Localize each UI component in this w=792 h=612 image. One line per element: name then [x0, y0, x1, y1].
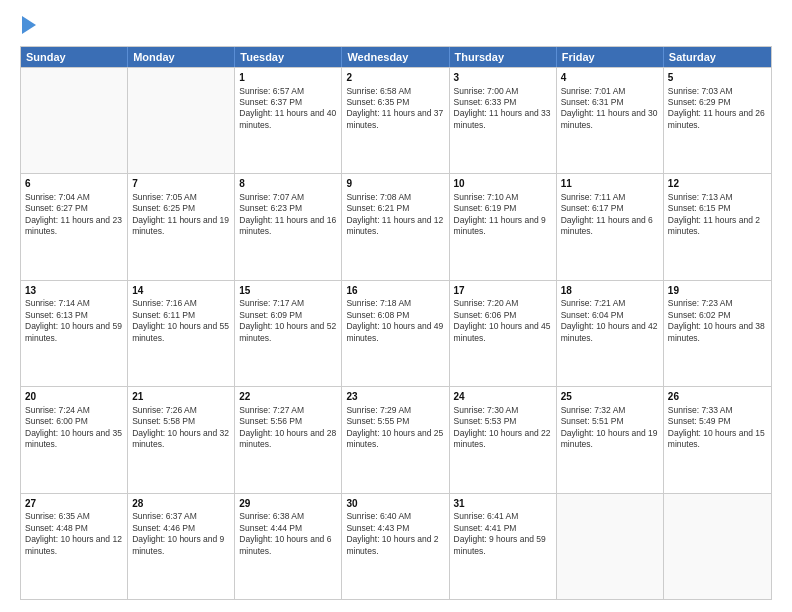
calendar-cell-day-10: 10Sunrise: 7:10 AM Sunset: 6:19 PM Dayli…	[450, 174, 557, 279]
day-number: 27	[25, 497, 123, 511]
day-number: 9	[346, 177, 444, 191]
calendar-cell-day-21: 21Sunrise: 7:26 AM Sunset: 5:58 PM Dayli…	[128, 387, 235, 492]
cell-info: Sunrise: 7:24 AM Sunset: 6:00 PM Dayligh…	[25, 405, 123, 451]
day-number: 19	[668, 284, 767, 298]
calendar-cell-empty	[128, 68, 235, 173]
cell-info: Sunrise: 6:40 AM Sunset: 4:43 PM Dayligh…	[346, 511, 444, 557]
calendar-cell-day-3: 3Sunrise: 7:00 AM Sunset: 6:33 PM Daylig…	[450, 68, 557, 173]
day-number: 8	[239, 177, 337, 191]
calendar-cell-day-26: 26Sunrise: 7:33 AM Sunset: 5:49 PM Dayli…	[664, 387, 771, 492]
cell-info: Sunrise: 7:29 AM Sunset: 5:55 PM Dayligh…	[346, 405, 444, 451]
cell-info: Sunrise: 7:13 AM Sunset: 6:15 PM Dayligh…	[668, 192, 767, 238]
calendar-row-1: 6Sunrise: 7:04 AM Sunset: 6:27 PM Daylig…	[21, 173, 771, 279]
day-number: 18	[561, 284, 659, 298]
cell-info: Sunrise: 7:33 AM Sunset: 5:49 PM Dayligh…	[668, 405, 767, 451]
calendar-row-4: 27Sunrise: 6:35 AM Sunset: 4:48 PM Dayli…	[21, 493, 771, 599]
weekday-header-saturday: Saturday	[664, 47, 771, 67]
calendar-cell-day-2: 2Sunrise: 6:58 AM Sunset: 6:35 PM Daylig…	[342, 68, 449, 173]
weekday-header-wednesday: Wednesday	[342, 47, 449, 67]
day-number: 20	[25, 390, 123, 404]
day-number: 12	[668, 177, 767, 191]
calendar-cell-day-30: 30Sunrise: 6:40 AM Sunset: 4:43 PM Dayli…	[342, 494, 449, 599]
day-number: 26	[668, 390, 767, 404]
logo	[20, 16, 44, 38]
cell-info: Sunrise: 7:04 AM Sunset: 6:27 PM Dayligh…	[25, 192, 123, 238]
cell-info: Sunrise: 7:27 AM Sunset: 5:56 PM Dayligh…	[239, 405, 337, 451]
calendar: SundayMondayTuesdayWednesdayThursdayFrid…	[20, 46, 772, 600]
cell-info: Sunrise: 7:08 AM Sunset: 6:21 PM Dayligh…	[346, 192, 444, 238]
cell-info: Sunrise: 7:20 AM Sunset: 6:06 PM Dayligh…	[454, 298, 552, 344]
cell-info: Sunrise: 7:00 AM Sunset: 6:33 PM Dayligh…	[454, 86, 552, 132]
header	[20, 16, 772, 38]
weekday-header-sunday: Sunday	[21, 47, 128, 67]
day-number: 11	[561, 177, 659, 191]
day-number: 5	[668, 71, 767, 85]
day-number: 13	[25, 284, 123, 298]
logo-arrow-icon	[22, 16, 44, 34]
calendar-row-0: 1Sunrise: 6:57 AM Sunset: 6:37 PM Daylig…	[21, 67, 771, 173]
cell-info: Sunrise: 7:07 AM Sunset: 6:23 PM Dayligh…	[239, 192, 337, 238]
calendar-cell-day-28: 28Sunrise: 6:37 AM Sunset: 4:46 PM Dayli…	[128, 494, 235, 599]
calendar-cell-day-14: 14Sunrise: 7:16 AM Sunset: 6:11 PM Dayli…	[128, 281, 235, 386]
calendar-cell-empty	[664, 494, 771, 599]
calendar-cell-day-12: 12Sunrise: 7:13 AM Sunset: 6:15 PM Dayli…	[664, 174, 771, 279]
calendar-row-2: 13Sunrise: 7:14 AM Sunset: 6:13 PM Dayli…	[21, 280, 771, 386]
cell-info: Sunrise: 7:21 AM Sunset: 6:04 PM Dayligh…	[561, 298, 659, 344]
calendar-row-3: 20Sunrise: 7:24 AM Sunset: 6:00 PM Dayli…	[21, 386, 771, 492]
day-number: 16	[346, 284, 444, 298]
cell-info: Sunrise: 7:26 AM Sunset: 5:58 PM Dayligh…	[132, 405, 230, 451]
calendar-header: SundayMondayTuesdayWednesdayThursdayFrid…	[21, 47, 771, 67]
day-number: 25	[561, 390, 659, 404]
calendar-cell-day-25: 25Sunrise: 7:32 AM Sunset: 5:51 PM Dayli…	[557, 387, 664, 492]
day-number: 3	[454, 71, 552, 85]
calendar-cell-empty	[21, 68, 128, 173]
calendar-cell-empty	[557, 494, 664, 599]
day-number: 21	[132, 390, 230, 404]
calendar-cell-day-15: 15Sunrise: 7:17 AM Sunset: 6:09 PM Dayli…	[235, 281, 342, 386]
calendar-cell-day-18: 18Sunrise: 7:21 AM Sunset: 6:04 PM Dayli…	[557, 281, 664, 386]
cell-info: Sunrise: 7:23 AM Sunset: 6:02 PM Dayligh…	[668, 298, 767, 344]
calendar-cell-day-19: 19Sunrise: 7:23 AM Sunset: 6:02 PM Dayli…	[664, 281, 771, 386]
calendar-cell-day-27: 27Sunrise: 6:35 AM Sunset: 4:48 PM Dayli…	[21, 494, 128, 599]
cell-info: Sunrise: 7:14 AM Sunset: 6:13 PM Dayligh…	[25, 298, 123, 344]
calendar-cell-day-6: 6Sunrise: 7:04 AM Sunset: 6:27 PM Daylig…	[21, 174, 128, 279]
calendar-cell-day-9: 9Sunrise: 7:08 AM Sunset: 6:21 PM Daylig…	[342, 174, 449, 279]
calendar-cell-day-20: 20Sunrise: 7:24 AM Sunset: 6:00 PM Dayli…	[21, 387, 128, 492]
calendar-cell-day-11: 11Sunrise: 7:11 AM Sunset: 6:17 PM Dayli…	[557, 174, 664, 279]
day-number: 6	[25, 177, 123, 191]
day-number: 24	[454, 390, 552, 404]
day-number: 15	[239, 284, 337, 298]
calendar-cell-day-29: 29Sunrise: 6:38 AM Sunset: 4:44 PM Dayli…	[235, 494, 342, 599]
day-number: 1	[239, 71, 337, 85]
calendar-cell-day-17: 17Sunrise: 7:20 AM Sunset: 6:06 PM Dayli…	[450, 281, 557, 386]
cell-info: Sunrise: 7:05 AM Sunset: 6:25 PM Dayligh…	[132, 192, 230, 238]
day-number: 23	[346, 390, 444, 404]
day-number: 14	[132, 284, 230, 298]
cell-info: Sunrise: 7:10 AM Sunset: 6:19 PM Dayligh…	[454, 192, 552, 238]
cell-info: Sunrise: 7:03 AM Sunset: 6:29 PM Dayligh…	[668, 86, 767, 132]
weekday-header-friday: Friday	[557, 47, 664, 67]
cell-info: Sunrise: 7:01 AM Sunset: 6:31 PM Dayligh…	[561, 86, 659, 132]
day-number: 4	[561, 71, 659, 85]
day-number: 30	[346, 497, 444, 511]
day-number: 7	[132, 177, 230, 191]
day-number: 29	[239, 497, 337, 511]
calendar-cell-day-1: 1Sunrise: 6:57 AM Sunset: 6:37 PM Daylig…	[235, 68, 342, 173]
cell-info: Sunrise: 6:37 AM Sunset: 4:46 PM Dayligh…	[132, 511, 230, 557]
cell-info: Sunrise: 7:18 AM Sunset: 6:08 PM Dayligh…	[346, 298, 444, 344]
calendar-cell-day-8: 8Sunrise: 7:07 AM Sunset: 6:23 PM Daylig…	[235, 174, 342, 279]
calendar-cell-day-4: 4Sunrise: 7:01 AM Sunset: 6:31 PM Daylig…	[557, 68, 664, 173]
day-number: 28	[132, 497, 230, 511]
calendar-body: 1Sunrise: 6:57 AM Sunset: 6:37 PM Daylig…	[21, 67, 771, 599]
calendar-cell-day-5: 5Sunrise: 7:03 AM Sunset: 6:29 PM Daylig…	[664, 68, 771, 173]
cell-info: Sunrise: 6:38 AM Sunset: 4:44 PM Dayligh…	[239, 511, 337, 557]
calendar-cell-day-22: 22Sunrise: 7:27 AM Sunset: 5:56 PM Dayli…	[235, 387, 342, 492]
cell-info: Sunrise: 7:11 AM Sunset: 6:17 PM Dayligh…	[561, 192, 659, 238]
cell-info: Sunrise: 6:35 AM Sunset: 4:48 PM Dayligh…	[25, 511, 123, 557]
calendar-cell-day-7: 7Sunrise: 7:05 AM Sunset: 6:25 PM Daylig…	[128, 174, 235, 279]
day-number: 31	[454, 497, 552, 511]
weekday-header-tuesday: Tuesday	[235, 47, 342, 67]
svg-marker-0	[22, 16, 36, 34]
calendar-cell-day-24: 24Sunrise: 7:30 AM Sunset: 5:53 PM Dayli…	[450, 387, 557, 492]
cell-info: Sunrise: 7:17 AM Sunset: 6:09 PM Dayligh…	[239, 298, 337, 344]
